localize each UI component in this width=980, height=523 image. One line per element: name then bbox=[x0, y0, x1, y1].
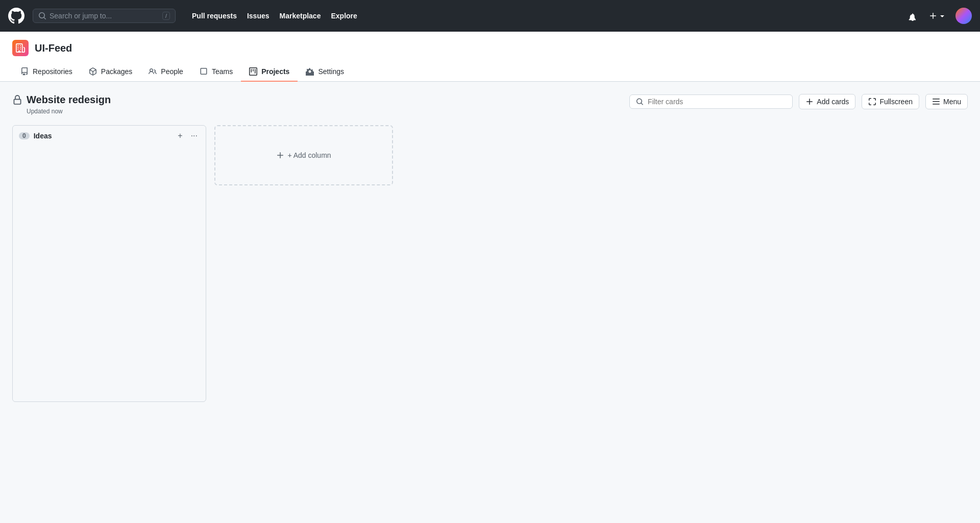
fullscreen-button[interactable]: Fullscreen bbox=[862, 94, 919, 109]
tab-settings[interactable]: Settings bbox=[298, 62, 352, 82]
column-body-ideas bbox=[13, 146, 206, 401]
top-nav-links: Pull requests Issues Marketplace Explore bbox=[188, 9, 361, 23]
project-title-section: Website redesign Updated now bbox=[12, 94, 111, 115]
tab-teams-label: Teams bbox=[212, 67, 233, 76]
filter-cards-input[interactable] bbox=[648, 98, 786, 106]
add-column-text: + Add column bbox=[276, 151, 331, 159]
nav-explore[interactable]: Explore bbox=[327, 9, 361, 23]
bell-icon bbox=[908, 11, 918, 21]
add-column-label: + Add column bbox=[287, 151, 331, 159]
tab-packages-label: Packages bbox=[101, 67, 132, 76]
plus-column-icon bbox=[276, 151, 284, 159]
filter-cards-input-wrap[interactable] bbox=[629, 94, 793, 109]
create-button[interactable] bbox=[926, 10, 949, 22]
fullscreen-label: Fullscreen bbox=[879, 98, 913, 106]
search-shortcut: / bbox=[162, 12, 170, 20]
tab-people-label: People bbox=[161, 67, 183, 76]
tab-repositories[interactable]: Repositories bbox=[12, 62, 81, 82]
org-title-row: UI-Feed bbox=[12, 40, 968, 56]
search-bar[interactable]: Search or jump to... / bbox=[33, 9, 176, 23]
top-navigation: Search or jump to... / Pull requests Iss… bbox=[0, 0, 980, 32]
column-add-card-button[interactable]: + bbox=[176, 131, 184, 141]
github-logo[interactable] bbox=[8, 8, 24, 24]
org-logo bbox=[12, 40, 29, 56]
teams-icon bbox=[200, 67, 208, 76]
project-actions: Add cards Fullscreen Menu bbox=[629, 94, 968, 109]
tab-teams[interactable]: Teams bbox=[191, 62, 241, 82]
project-info: Website redesign Updated now bbox=[27, 94, 111, 115]
org-header: UI-Feed Repositories Packages People bbox=[0, 32, 980, 82]
repo-icon bbox=[20, 67, 29, 76]
package-icon bbox=[89, 67, 97, 76]
menu-button[interactable]: Menu bbox=[925, 94, 968, 109]
nav-marketplace[interactable]: Marketplace bbox=[276, 9, 325, 23]
fullscreen-icon bbox=[868, 98, 876, 106]
project-title: Website redesign bbox=[27, 94, 111, 106]
notifications-button[interactable] bbox=[905, 9, 920, 23]
tab-repositories-label: Repositories bbox=[33, 67, 72, 76]
tab-settings-label: Settings bbox=[318, 67, 344, 76]
add-column-button[interactable]: + Add column bbox=[214, 125, 393, 185]
project-header: Website redesign Updated now Add cards bbox=[12, 94, 968, 115]
plus-icon bbox=[929, 12, 937, 20]
board: 0 Ideas + ··· + Add column bbox=[12, 125, 968, 432]
chevron-down-icon bbox=[938, 12, 946, 20]
nav-pull-requests[interactable]: Pull requests bbox=[188, 9, 241, 23]
filter-search-icon bbox=[636, 98, 644, 106]
org-tabs: Repositories Packages People Teams bbox=[12, 62, 968, 81]
add-cards-label: Add cards bbox=[817, 98, 849, 106]
org-name: UI-Feed bbox=[35, 42, 72, 54]
tab-projects[interactable]: Projects bbox=[241, 62, 298, 82]
people-icon bbox=[149, 67, 157, 76]
column-name-ideas: Ideas bbox=[34, 132, 172, 140]
nav-issues[interactable]: Issues bbox=[243, 9, 274, 23]
plus-add-icon bbox=[805, 98, 814, 106]
column-count-ideas: 0 bbox=[19, 132, 30, 139]
tab-projects-label: Projects bbox=[261, 67, 289, 76]
add-cards-button[interactable]: Add cards bbox=[799, 94, 855, 109]
settings-icon bbox=[306, 67, 314, 76]
search-icon bbox=[38, 12, 46, 20]
column-menu-button[interactable]: ··· bbox=[189, 131, 200, 141]
menu-label: Menu bbox=[943, 98, 961, 106]
search-placeholder: Search or jump to... bbox=[50, 12, 112, 20]
project-updated: Updated now bbox=[27, 108, 111, 115]
avatar[interactable] bbox=[955, 8, 972, 24]
column-ideas: 0 Ideas + ··· bbox=[12, 125, 206, 402]
lock-icon bbox=[12, 95, 22, 105]
org-logo-icon bbox=[16, 43, 25, 53]
tab-people[interactable]: People bbox=[140, 62, 191, 82]
main-content: Website redesign Updated now Add cards bbox=[0, 82, 980, 444]
column-header-ideas: 0 Ideas + ··· bbox=[13, 126, 206, 146]
top-nav-right bbox=[905, 8, 972, 24]
menu-icon bbox=[932, 98, 940, 106]
projects-icon bbox=[249, 67, 257, 76]
tab-packages[interactable]: Packages bbox=[81, 62, 140, 82]
